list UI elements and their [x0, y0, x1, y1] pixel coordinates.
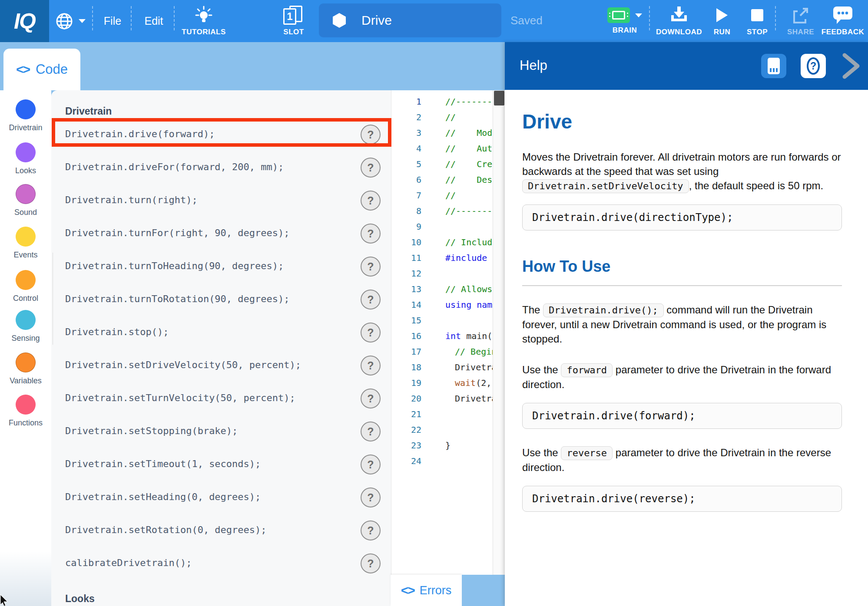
help-section-heading: How To Use: [522, 257, 842, 276]
brain-button[interactable]: BRAIN: [602, 0, 647, 42]
line-number: 7: [391, 188, 421, 203]
help-paragraph: Moves the Drivetrain forever. All drivet…: [522, 150, 842, 193]
play-icon: [716, 6, 728, 25]
slot-button[interactable]: 1 SLOT: [278, 0, 309, 42]
looks-category-icon: [16, 142, 36, 162]
collapse-panel-chevron-icon[interactable]: [840, 52, 862, 80]
download-icon: [669, 6, 689, 25]
events-category-icon: [16, 227, 36, 247]
command-help-button[interactable]: ?: [361, 520, 381, 540]
tab-code[interactable]: <> Code: [3, 49, 80, 90]
sidebar-item-functions[interactable]: Functions: [0, 395, 51, 428]
command-row[interactable]: Drivetrain.setRotation(0, degrees);: [65, 524, 267, 535]
help-panel: Help ? DriveMoves the Drivetrain forever…: [505, 42, 868, 606]
command-row[interactable]: Drivetrain.setTurnVelocity(50, percent);: [65, 392, 295, 403]
command-help-button[interactable]: ?: [361, 158, 381, 178]
indent-guide: [53, 253, 53, 345]
editor-line: 4// Auth: [391, 141, 505, 156]
download-button[interactable]: DOWNLOAD: [654, 0, 704, 42]
line-code: // Modu: [445, 125, 497, 141]
line-code: // Desc: [445, 172, 497, 188]
line-number: 23: [391, 438, 421, 453]
run-button[interactable]: RUN: [710, 0, 734, 42]
toolbar-divider: [174, 6, 175, 30]
sidebar-item-control[interactable]: Control: [0, 270, 51, 303]
code-editor[interactable]: 1//-------------------------------------…: [391, 90, 505, 575]
editor-scrollbar[interactable]: [493, 90, 505, 575]
line-number: 15: [391, 313, 421, 328]
sidebar-item-looks[interactable]: Looks: [0, 142, 51, 175]
editor-line: 7//: [391, 188, 505, 203]
sidebar-item-sensing[interactable]: Sensing: [0, 310, 51, 343]
editor-line: 20Drivetra: [391, 391, 505, 406]
editor-line: 10// Include: [391, 234, 505, 250]
help-question-button[interactable]: ?: [801, 54, 826, 78]
line-number: 5: [391, 156, 421, 172]
drivetrain-category-icon: [16, 99, 36, 119]
command-help-button[interactable]: ?: [361, 290, 381, 310]
sidebar-item-label: Sound: [0, 208, 51, 217]
command-help-button[interactable]: ?: [361, 323, 381, 343]
editor-line: 15: [391, 313, 505, 328]
line-code: }: [445, 438, 451, 453]
project-name-button[interactable]: Drive: [319, 3, 501, 37]
inline-code-chip: reverse: [561, 446, 613, 460]
help-paragraph: Use the reverse parameter to drive the D…: [522, 445, 842, 474]
command-row[interactable]: Drivetrain.setDriveVelocity(50, percent)…: [65, 359, 301, 370]
inline-code-chip: Drivetrain.setDriveVelocity: [522, 179, 689, 193]
command-help-button[interactable]: ?: [361, 191, 381, 211]
command-row[interactable]: Drivetrain.driveFor(forward, 200, mm);: [65, 161, 284, 172]
control-category-icon: [16, 270, 36, 290]
command-help-button[interactable]: ?: [361, 257, 381, 277]
command-row[interactable]: calibrateDrivetrain();: [65, 557, 192, 568]
line-number: 16: [391, 328, 421, 344]
share-button[interactable]: SHARE: [785, 0, 817, 42]
line-code: wait(2,: [455, 375, 491, 391]
tutorials-button[interactable]: TUTORIALS: [180, 0, 228, 42]
command-row[interactable]: Drivetrain.drive(forward);: [65, 128, 215, 139]
sidebar-item-sound[interactable]: Sound: [0, 184, 51, 217]
line-code: //: [445, 109, 456, 125]
sidebar-item-drivetrain[interactable]: Drivetrain: [0, 99, 51, 132]
project-name: Drive: [361, 13, 392, 28]
editor-scrollbar-thumb[interactable]: [494, 91, 504, 105]
editor-line: 13// Allows: [391, 281, 505, 297]
language-menu-button[interactable]: [49, 0, 92, 42]
command-help-button[interactable]: ?: [361, 224, 381, 244]
command-row[interactable]: Drivetrain.turnFor(right, 90, degrees);: [65, 227, 290, 238]
sidebar-item-events[interactable]: Events: [0, 227, 51, 260]
tab-errors[interactable]: <> Errors: [391, 575, 462, 606]
variables-category-icon: [16, 352, 36, 372]
command-help-button[interactable]: ?: [361, 487, 381, 507]
editor-line: 18Drivetra: [391, 359, 505, 375]
command-row[interactable]: Drivetrain.turnToRotation(90, degrees);: [65, 293, 290, 304]
file-menu-button[interactable]: File: [97, 0, 128, 42]
command-row[interactable]: Drivetrain.turnToHeading(90, degrees);: [65, 260, 284, 271]
brain-label: BRAIN: [613, 26, 637, 35]
command-row[interactable]: Drivetrain.setTimeout(1, seconds);: [65, 458, 261, 469]
sidebar-item-label: Events: [0, 250, 51, 260]
section-header-drivetrain: Drivetrain: [65, 105, 112, 117]
errors-tab-label: Errors: [420, 584, 452, 597]
help-device-button[interactable]: [761, 54, 786, 78]
help-code-block: Drivetrain.drive(reverse);: [522, 486, 842, 512]
command-row[interactable]: Drivetrain.turn(right);: [65, 194, 198, 205]
command-row[interactable]: Drivetrain.setHeading(0, degrees);: [65, 491, 261, 502]
feedback-button[interactable]: FEEDBACK: [821, 0, 865, 42]
help-code-block: Drivetrain.drive(directionType);: [522, 204, 842, 231]
slot-icon: 1: [283, 6, 304, 25]
editor-line: 1//-------------------------------------…: [391, 94, 505, 109]
help-content: DriveMoves the Drivetrain forever. All d…: [505, 90, 868, 606]
stop-button[interactable]: STOP: [744, 0, 771, 42]
command-help-button[interactable]: ?: [361, 422, 381, 441]
command-help-button[interactable]: ?: [361, 553, 381, 573]
command-help-button[interactable]: ?: [361, 454, 381, 474]
sidebar-item-variables[interactable]: Variables: [0, 352, 51, 385]
command-row[interactable]: Drivetrain.stop();: [65, 326, 169, 337]
command-help-button[interactable]: ?: [361, 125, 381, 145]
edit-menu-button[interactable]: Edit: [138, 0, 169, 42]
line-code: //: [445, 188, 456, 203]
command-row[interactable]: Drivetrain.setStopping(brake);: [65, 425, 238, 436]
command-help-button[interactable]: ?: [361, 356, 381, 375]
command-help-button[interactable]: ?: [361, 389, 381, 408]
